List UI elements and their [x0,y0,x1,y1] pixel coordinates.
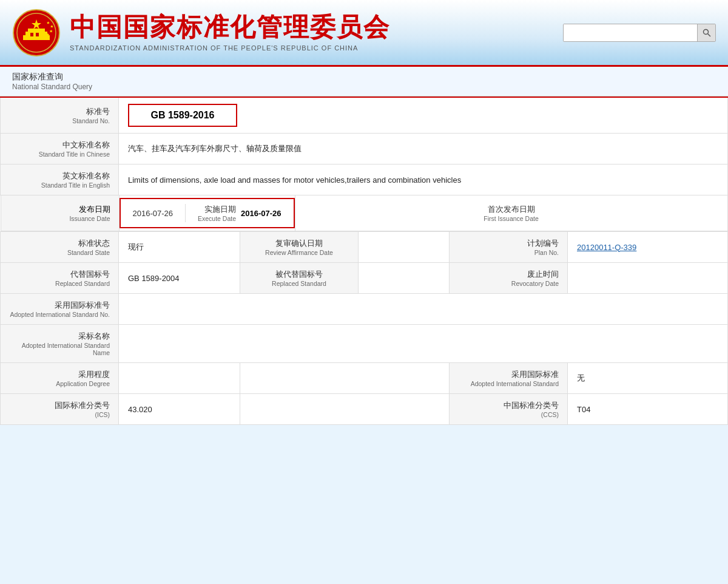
search-button[interactable] [697,24,715,41]
execute-date-value: 2016-07-26 [241,209,281,218]
review-value [359,232,450,263]
svg-rect-4 [28,29,45,32]
title-cn-row: 中文标准名称 Standard Title in Chinese 汽车、挂车及汽… [1,134,728,165]
header-title-block: 中国国家标准化管理委员会 STANDARDIZATION ADMINISTRAT… [70,13,390,51]
ics-value: 43.020 [119,394,240,425]
state-label: 标准状态 Standard State [1,232,119,263]
app-degree-row: 采用程度 Application Degree 采用国际标准 Adopted I… [1,363,728,394]
header-title-cn: 中国国家标准化管理委员会 [70,13,390,41]
breadcrumb-cn: 国家标准查询 [12,72,716,83]
standard-no-row: 标准号 Standard No. GB 1589-2016 [1,97,728,134]
issuance-date-seg: 2016-07-26 [121,204,186,223]
main-content: 标准号 Standard No. GB 1589-2016 中文标准名称 Sta… [0,97,728,425]
title-en-row: 英文标准名称 Standard Title in English Limits … [1,165,728,195]
plan-no-label: 计划编号 Plan No. [450,232,568,263]
national-emblem-icon [12,8,61,57]
execute-label-en: Execute Date [198,215,236,222]
ics-label: 国际标准分类号 (ICS) [1,394,119,425]
breadcrumb-en: National Standard Query [12,83,716,91]
first-issuance-cell: 首次发布日期 First Issuance Date [295,195,727,231]
replaced-row: 代替国标号 Replaced Standard GB 1589-2004 被代替… [1,263,728,294]
header: 中国国家标准化管理委员会 STANDARDIZATION ADMINISTRAT… [0,0,728,67]
ccs-value: T04 [568,394,728,425]
issuance-label: 发布日期 Issuance Date [1,195,120,231]
svg-point-12 [703,29,708,34]
std-no-label: 标准号 Standard No. [1,97,119,134]
plan-no-link[interactable]: 20120011-Q-339 [577,243,636,252]
title-en-label: 英文标准名称 Standard Title in English [1,165,119,195]
breadcrumb-area: 国家标准查询 National Standard Query [0,67,728,97]
info-table: 标准号 Standard No. GB 1589-2016 中文标准名称 Sta… [0,97,728,425]
plan-no-value: 20120011-Q-339 [568,232,728,263]
replaced-label: 代替国标号 Replaced Standard [1,263,119,294]
title-cn-value: 汽车、挂车及汽车列车外廓尺寸、轴荷及质量限值 [119,134,728,165]
adopted-intl-value: 无 [568,363,728,394]
svg-rect-6 [36,33,39,36]
search-input[interactable] [564,24,697,41]
app-degree-value [119,363,240,394]
adopted-no-value [119,294,728,325]
first-issuance-label-cn: 首次发布日期 [305,204,718,215]
execute-label-cn: 实施日期 [198,204,236,215]
issuance-date-value: 2016-07-26 [133,209,174,218]
adopted-name-value [119,325,728,363]
adopted-name-row: 采标名称 Adopted International Standard Name [1,325,728,363]
dates-row: 发布日期 Issuance Date 2016-07-26 实施日期 Execu… [1,195,728,232]
std-no-value: GB 1589-2016 [128,104,237,127]
replaced-value: GB 1589-2004 [119,263,240,294]
review-label: 复审确认日期 Review Affirmance Date [240,232,359,263]
execute-date-seg: 实施日期 Execute Date 2016-07-26 [186,199,294,227]
revocatory-label: 废止时间 Revocatory Date [450,263,568,294]
search-icon [703,29,711,37]
ics-row: 国际标准分类号 (ICS) 43.020 中国标准分类号 (CCS) T04 [1,394,728,425]
replaced-by-value [359,263,450,294]
search-box [563,24,716,42]
adopted-no-row: 采用国际标准号 Adopted International Standard N… [1,294,728,325]
header-left: 中国国家标准化管理委员会 STANDARDIZATION ADMINISTRAT… [12,8,390,57]
title-en-value: Limits of dimensions, axle load and mass… [119,165,728,195]
ccs-label: 中国标准分类号 (CCS) [450,394,568,425]
title-cn-label: 中文标准名称 Standard Title in Chinese [1,134,119,165]
std-no-value-cell: GB 1589-2016 [119,97,728,134]
replaced-by-label: 被代替国标号 Replaced Standard [240,263,359,294]
svg-rect-5 [30,33,33,36]
adopted-intl-label: 采用国际标准 Adopted International Standard [450,363,568,394]
dates-boxed: 2016-07-26 实施日期 Execute Date 2016-07-26 [120,198,295,228]
header-title-en: STANDARDIZATION ADMINISTRATION OF THE PE… [70,44,390,52]
state-row: 标准状态 Standard State 现行 复审确认日期 Review Aff… [1,232,728,263]
revocatory-value [568,263,728,294]
adopted-no-label: 采用国际标准号 Adopted International Standard N… [1,294,119,325]
adopted-name-label: 采标名称 Adopted International Standard Name [1,325,119,363]
svg-line-13 [707,33,710,36]
state-value: 现行 [119,232,240,263]
first-issuance-label-en: First Issuance Date [305,215,718,222]
app-degree-label: 采用程度 Application Degree [1,363,119,394]
